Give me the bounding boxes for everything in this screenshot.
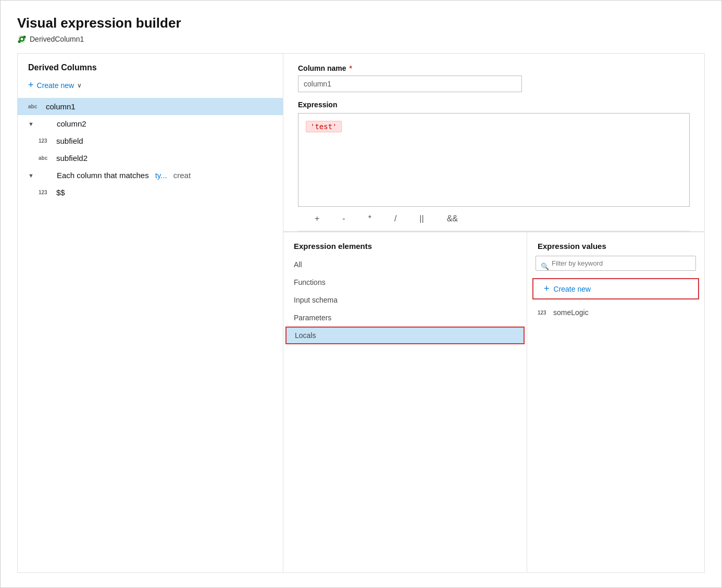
col-name: $$: [56, 188, 65, 197]
svg-point-3: [23, 36, 26, 39]
op-plus-button[interactable]: +: [313, 213, 321, 224]
outer-container: Visual expression builder DerivedColumn1…: [0, 0, 722, 588]
list-item[interactable]: ▼ column2: [18, 115, 283, 132]
op-divide-button[interactable]: /: [392, 213, 399, 224]
list-item[interactable]: abc column1: [18, 98, 283, 115]
create-new-values-button[interactable]: + Create new: [532, 278, 699, 299]
chevron-down-icon: ▼: [28, 121, 34, 127]
list-item[interactable]: 123 someLogic: [527, 304, 704, 321]
expr-elements-title: Expression elements: [283, 242, 527, 256]
op-minus-button[interactable]: -: [340, 213, 347, 224]
expr-element-input-schema[interactable]: Input schema: [283, 291, 527, 309]
list-item[interactable]: 123 subfield: [18, 132, 283, 149]
required-star: *: [347, 64, 352, 72]
main-layout: Derived Columns + Create new ∨ abc colum…: [17, 53, 705, 573]
col-name: column2: [57, 119, 86, 128]
expr-values-title: Expression values: [527, 242, 704, 256]
col-match-link[interactable]: ty...: [155, 171, 167, 180]
col-name: column1: [46, 102, 76, 111]
plus-icon: +: [544, 283, 550, 294]
column-list: abc column1 ▼ column2 123 subfield abc: [18, 98, 283, 572]
svg-point-2: [21, 38, 23, 41]
expr-element-all[interactable]: All: [283, 256, 527, 273]
plus-icon: +: [28, 80, 34, 91]
value-name: someLogic: [553, 308, 589, 317]
list-item[interactable]: abc subfield2: [18, 149, 283, 167]
col-name: subfield: [56, 136, 83, 145]
bottom-panels: Expression elements All Functions Input …: [283, 232, 704, 572]
type-badge: abc: [28, 104, 42, 109]
expression-values-panel: Expression values 🔍 + Create new 123 som…: [527, 232, 704, 572]
create-new-values-label: Create new: [554, 285, 591, 293]
op-pipe-button[interactable]: ||: [417, 213, 426, 224]
chevron-down-icon: ▼: [28, 172, 34, 179]
expr-element-locals[interactable]: Locals: [285, 327, 525, 344]
type-badge: abc: [39, 155, 52, 161]
col-name: subfield2: [56, 154, 88, 162]
col-match-extra: creat: [173, 171, 191, 180]
svg-point-4: [18, 41, 21, 43]
filter-input[interactable]: [536, 256, 696, 271]
subtitle-row: DerivedColumn1: [17, 34, 705, 44]
col-match-text: Each column that matches: [57, 171, 149, 180]
expr-element-functions[interactable]: Functions: [283, 273, 527, 291]
type-badge: 123: [39, 190, 52, 195]
filter-input-wrap: 🔍: [527, 256, 704, 276]
page-title: Visual expression builder: [17, 15, 705, 31]
create-new-button[interactable]: + Create new ∨: [18, 77, 283, 98]
subtitle-text: DerivedColumn1: [30, 35, 84, 43]
create-new-label: Create new: [37, 81, 74, 90]
expression-box[interactable]: 'test': [298, 113, 690, 207]
type-badge: 123: [39, 138, 52, 144]
list-item[interactable]: ▼ Each column that matches ty... creat: [18, 167, 283, 184]
expression-elements-panel: Expression elements All Functions Input …: [283, 232, 527, 572]
op-multiply-button[interactable]: *: [366, 213, 374, 224]
right-top: Column name * Expression 'test' + - * / …: [283, 54, 704, 232]
operator-bar: + - * / || &&: [298, 207, 690, 231]
expression-token: 'test': [306, 121, 342, 132]
type-badge: 123: [538, 310, 549, 316]
left-panel: Derived Columns + Create new ∨ abc colum…: [18, 54, 283, 572]
column-name-input[interactable]: [298, 76, 522, 92]
chevron-down-icon: ∨: [77, 82, 82, 89]
list-item[interactable]: 123 $$: [18, 184, 283, 201]
expr-element-parameters[interactable]: Parameters: [283, 309, 527, 327]
right-panel: Column name * Expression 'test' + - * / …: [283, 54, 704, 572]
op-and-button[interactable]: &&: [445, 213, 460, 224]
column-name-label: Column name *: [298, 64, 690, 72]
section-header: Derived Columns: [18, 54, 283, 77]
derived-column-icon: [17, 34, 27, 44]
expression-label: Expression: [298, 101, 690, 109]
